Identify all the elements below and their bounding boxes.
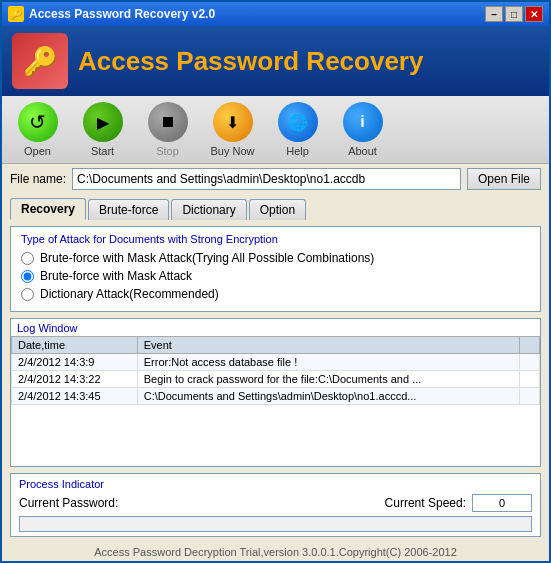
- buynow-icon: ⬇: [213, 102, 253, 142]
- log-cell-datetime: 2/4/2012 14:3:45: [12, 388, 138, 405]
- log-row: 2/4/2012 14:3:45C:\Documents and Setting…: [12, 388, 540, 405]
- radio-row-2: Dictionary Attack(Recommended): [21, 287, 530, 301]
- radio-row-0: Brute-force with Mask Attack(Trying All …: [21, 251, 530, 265]
- app-title: Access Password Recovery: [78, 46, 423, 77]
- app-title-password: Password: [176, 46, 299, 76]
- file-name-label: File name:: [10, 172, 66, 186]
- help-label: Help: [286, 145, 309, 157]
- process-title: Process Indicator: [19, 478, 532, 490]
- minimize-button[interactable]: –: [485, 6, 503, 22]
- file-row: File name: Open File: [2, 164, 549, 194]
- toolbar: ↺ Open ▶ Start ⏹ Stop ⬇ Buy Now 🌐 Help i…: [2, 96, 549, 164]
- footer-text: Access Password Decryption Trial,version…: [94, 546, 457, 558]
- start-button[interactable]: ▶ Start: [75, 102, 130, 157]
- log-row: 2/4/2012 14:3:9Error:Not access database…: [12, 354, 540, 371]
- process-panel: Process Indicator Current Password: Curr…: [10, 473, 541, 537]
- stop-button[interactable]: ⏹ Stop: [140, 102, 195, 157]
- radio-bruteforce-mask-all[interactable]: [21, 252, 34, 265]
- open-label: Open: [24, 145, 51, 157]
- current-speed-value: 0: [472, 494, 532, 512]
- stop-icon: ⏹: [148, 102, 188, 142]
- about-label: About: [348, 145, 377, 157]
- app-title-access: Access: [78, 46, 176, 76]
- tabs-bar: Recovery Brute-force Dictionary Option: [2, 194, 549, 220]
- radio-label-0: Brute-force with Mask Attack(Trying All …: [40, 251, 374, 265]
- progress-bar: [19, 516, 532, 532]
- title-controls: – □ ✕: [485, 6, 543, 22]
- log-table: Date,time Event 2/4/2012 14:3:9Error:Not…: [11, 336, 540, 405]
- about-button[interactable]: i About: [335, 102, 390, 157]
- log-row: 2/4/2012 14:3:22Begin to crack password …: [12, 371, 540, 388]
- help-button[interactable]: 🌐 Help: [270, 102, 325, 157]
- log-cell-event: Error:Not access database file !: [137, 354, 519, 371]
- log-cell-spacer: [520, 371, 540, 388]
- radio-dictionary[interactable]: [21, 288, 34, 301]
- close-button[interactable]: ✕: [525, 6, 543, 22]
- start-label: Start: [91, 145, 114, 157]
- log-col-datetime: Date,time: [12, 337, 138, 354]
- current-password-label: Current Password:: [19, 496, 118, 510]
- log-col-event: Event: [137, 337, 519, 354]
- app-title-recovery: Recovery: [299, 46, 423, 76]
- open-icon: ↺: [18, 102, 58, 142]
- radio-bruteforce-mask[interactable]: [21, 270, 34, 283]
- log-col-spacer: [520, 337, 540, 354]
- current-speed-field: Current Speed: 0: [385, 494, 532, 512]
- tab-dictionary[interactable]: Dictionary: [171, 199, 246, 220]
- log-title: Log Window: [11, 319, 540, 336]
- attack-panel-title: Type of Attack for Documents with Strong…: [21, 233, 530, 245]
- main-content: Type of Attack for Documents with Strong…: [2, 220, 549, 543]
- tab-bruteforce[interactable]: Brute-force: [88, 199, 169, 220]
- window-title: Access Password Recovery v2.0: [29, 7, 215, 21]
- open-file-button[interactable]: Open File: [467, 168, 541, 190]
- log-cell-spacer: [520, 354, 540, 371]
- log-cell-datetime: 2/4/2012 14:3:9: [12, 354, 138, 371]
- maximize-button[interactable]: □: [505, 6, 523, 22]
- buynow-label: Buy Now: [210, 145, 254, 157]
- footer: Access Password Decryption Trial,version…: [2, 543, 549, 561]
- log-panel: Log Window Date,time Event 2/4/2012 14:3…: [10, 318, 541, 467]
- app-logo: 🔑: [12, 33, 68, 89]
- app-icon: 🔑: [8, 6, 24, 22]
- key-icon: 🔑: [23, 45, 58, 78]
- tab-option[interactable]: Option: [249, 199, 306, 220]
- log-cell-event: Begin to crack password for the file:C:\…: [137, 371, 519, 388]
- app-header: 🔑 Access Password Recovery: [2, 26, 549, 96]
- start-icon: ▶: [83, 102, 123, 142]
- current-speed-label: Current Speed:: [385, 496, 466, 510]
- radio-row-1: Brute-force with Mask Attack: [21, 269, 530, 283]
- tab-recovery[interactable]: Recovery: [10, 198, 86, 220]
- process-row: Current Password: Current Speed: 0: [19, 494, 532, 512]
- title-bar-left: 🔑 Access Password Recovery v2.0: [8, 6, 215, 22]
- radio-label-1: Brute-force with Mask Attack: [40, 269, 192, 283]
- title-bar: 🔑 Access Password Recovery v2.0 – □ ✕: [2, 2, 549, 26]
- log-cell-datetime: 2/4/2012 14:3:22: [12, 371, 138, 388]
- current-password-field: Current Password:: [19, 496, 118, 510]
- about-icon: i: [343, 102, 383, 142]
- log-cell-event: C:\Documents and Settings\admin\Desktop\…: [137, 388, 519, 405]
- attack-panel: Type of Attack for Documents with Strong…: [10, 226, 541, 312]
- stop-label: Stop: [156, 145, 179, 157]
- main-window: 🔑 Access Password Recovery v2.0 – □ ✕ 🔑 …: [0, 0, 551, 563]
- help-icon: 🌐: [278, 102, 318, 142]
- radio-label-2: Dictionary Attack(Recommended): [40, 287, 219, 301]
- file-name-input[interactable]: [72, 168, 461, 190]
- open-button[interactable]: ↺ Open: [10, 102, 65, 157]
- log-cell-spacer: [520, 388, 540, 405]
- buynow-button[interactable]: ⬇ Buy Now: [205, 102, 260, 157]
